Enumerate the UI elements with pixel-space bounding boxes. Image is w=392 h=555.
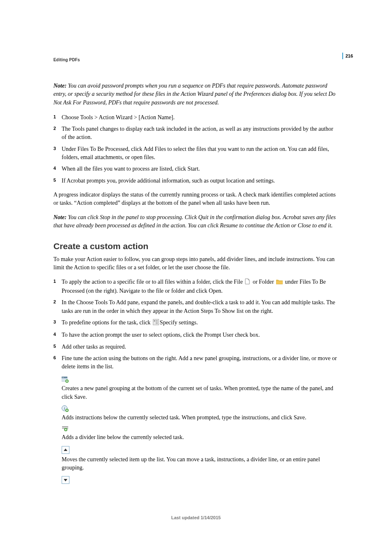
file-icon	[245, 278, 250, 287]
step-item: When all the files you want to process a…	[53, 165, 339, 173]
step-text: Specify settings.	[160, 319, 198, 326]
folder-icon	[276, 279, 283, 287]
section-title: Create a custom action	[53, 241, 339, 251]
note-text: You can avoid password prompts when you …	[53, 83, 335, 106]
note-label: Note:	[53, 83, 67, 89]
note-password: Note: You can avoid password prompts whe…	[53, 82, 339, 107]
svg-text:i: i	[64, 406, 65, 411]
panel-group-icon	[62, 377, 339, 383]
step-text: To predefine options for the task, click	[62, 319, 152, 326]
move-up-desc: Moves the currently selected item up the…	[62, 456, 339, 472]
note-label: Note:	[53, 214, 67, 220]
section-intro: To make your Action easier to follow, yo…	[53, 255, 339, 272]
step-item: In the Choose Tools To Add pane, expand …	[53, 298, 339, 315]
chapter-header: Editing PDFs	[53, 58, 339, 62]
add-instructions-icon: i	[62, 405, 339, 412]
step-item: To apply the action to a specific file o…	[53, 278, 339, 296]
step-item: Fine tune the action using the buttons o…	[53, 354, 339, 371]
note-text: You can click Stop in the panel to stop …	[53, 214, 336, 229]
move-down-icon	[62, 476, 339, 484]
panel-group-desc: Creates a new panel grouping at the bott…	[62, 384, 339, 401]
step-text: To apply the action to a specific file o…	[62, 279, 244, 285]
specify-settings-icon	[153, 319, 159, 328]
add-divider-desc: Adds a divider line below the currently …	[62, 433, 339, 442]
custom-action-steps: To apply the action to a specific file o…	[53, 278, 339, 371]
move-up-icon	[62, 446, 339, 454]
step-text: or Folder	[253, 279, 275, 285]
add-instructions-desc: Adds instructions below the currently se…	[62, 414, 339, 422]
progress-body: A progress indicator displays the status…	[53, 191, 339, 208]
run-action-steps: Choose Tools > Action Wizard > [Action N…	[53, 113, 339, 185]
step-item: To predefine options for the task, click…	[53, 319, 339, 328]
footer-updated: Last updated 1/14/2015	[0, 515, 392, 520]
step-item: Under Files To Be Processed, click Add F…	[53, 145, 339, 162]
page-number: 216	[342, 53, 353, 59]
step-item: Add other tasks as required.	[53, 343, 339, 351]
step-item: Choose Tools > Action Wizard > [Action N…	[53, 113, 339, 122]
step-item: If Acrobat prompts you, provide addition…	[53, 177, 339, 185]
step-item: The Tools panel changes to display each …	[53, 125, 339, 142]
note-stop: Note: You can click Stop in the panel to…	[53, 213, 339, 230]
add-divider-icon	[62, 426, 339, 432]
step-item: To have the action prompt the user to se…	[53, 331, 339, 339]
svg-rect-1	[154, 320, 155, 321]
